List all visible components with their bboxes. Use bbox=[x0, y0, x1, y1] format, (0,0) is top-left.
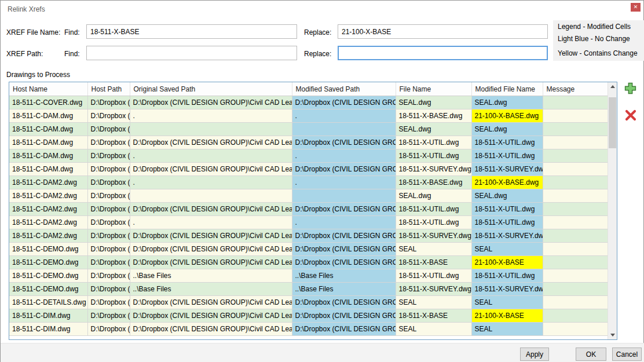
scrollbar-thumb[interactable] bbox=[609, 97, 616, 148]
cell-host-name[interactable]: 18-511-C-COVER.dwg bbox=[9, 96, 87, 109]
cell-modified-saved-path[interactable]: D:\Dropbox (CIVIL DESIGN GROUP bbox=[292, 229, 396, 243]
cell-host-name[interactable]: 18-511-C-DEMO.dwg bbox=[9, 269, 87, 283]
cell-host-name[interactable]: 18-511-C-DEMO.dwg bbox=[9, 283, 87, 296]
cell-message[interactable] bbox=[543, 123, 608, 136]
cell-file-name[interactable]: SEAL.dwg bbox=[396, 123, 471, 136]
cell-original-saved-path[interactable]: . bbox=[130, 149, 292, 163]
cell-file-name[interactable]: 18-511-X-UTIL.dwg bbox=[396, 269, 471, 283]
cell-file-name[interactable]: 18-511-X-BASE.dwg bbox=[396, 109, 471, 123]
cell-message[interactable] bbox=[543, 296, 608, 309]
cell-host-path[interactable]: D:\Dropbox ( bbox=[87, 96, 130, 109]
cell-original-saved-path[interactable]: . bbox=[130, 109, 292, 123]
cell-modified-file-name[interactable]: 18-511-X-UTIL.dwg bbox=[471, 269, 543, 283]
cell-host-path[interactable]: D:\Dropbox ( bbox=[87, 203, 130, 216]
cell-original-saved-path[interactable]: ..\Base Files bbox=[130, 269, 292, 283]
cell-modified-saved-path[interactable] bbox=[292, 123, 396, 136]
cell-modified-file-name[interactable]: SEAL bbox=[471, 323, 543, 336]
cell-host-name[interactable]: 18-511-C-DAM2.dwg bbox=[9, 216, 87, 229]
cell-host-path[interactable]: D:\Dropbox ( bbox=[87, 296, 130, 309]
file-replace-input[interactable] bbox=[338, 24, 548, 39]
cell-message[interactable] bbox=[543, 269, 608, 283]
cell-original-saved-path[interactable]: D:\Dropbox (CIVIL DESIGN GROUP)\Civil CA… bbox=[130, 136, 292, 149]
remove-drawing-button[interactable] bbox=[624, 109, 637, 122]
cell-file-name[interactable]: SEAL.dwg bbox=[396, 189, 471, 203]
cell-message[interactable] bbox=[543, 203, 608, 216]
cell-modified-saved-path[interactable]: . bbox=[292, 216, 396, 229]
column-header-host-name[interactable]: Host Name bbox=[9, 82, 87, 96]
cell-file-name[interactable]: 18-511-X-UTIL.dwg bbox=[396, 203, 471, 216]
cell-host-path[interactable]: D:\Dropbox ( bbox=[87, 269, 130, 283]
cell-original-saved-path[interactable]: D:\Dropbox (CIVIL DESIGN GROUP)\Civil CA… bbox=[130, 323, 292, 336]
cell-host-path[interactable]: D:\Dropbox ( bbox=[87, 256, 130, 269]
cell-host-name[interactable]: 18-511-C-DAM2.dwg bbox=[9, 203, 87, 216]
cell-file-name[interactable]: 18-511-X-SURVEY.dwg bbox=[396, 283, 471, 296]
cell-message[interactable] bbox=[543, 189, 608, 203]
cell-modified-file-name[interactable]: SEAL bbox=[471, 296, 543, 309]
scroll-down-button[interactable] bbox=[608, 330, 617, 339]
cell-original-saved-path[interactable]: D:\Dropbox (CIVIL DESIGN GROUP)\Civil CA… bbox=[130, 256, 292, 269]
cancel-button[interactable]: Cancel bbox=[612, 348, 642, 361]
cell-host-path[interactable]: D:\Dropbox ( bbox=[87, 309, 130, 323]
cell-modified-saved-path[interactable]: . bbox=[292, 109, 396, 123]
path-replace-input[interactable] bbox=[338, 46, 548, 60]
cell-host-name[interactable]: 18-511-C-DEMO.dwg bbox=[9, 243, 87, 256]
column-header-original-saved-path[interactable]: Original Saved Path bbox=[130, 82, 292, 96]
cell-modified-file-name[interactable]: 18-511-X-UTIL.dwg bbox=[471, 136, 543, 149]
cell-modified-saved-path[interactable]: D:\Dropbox (CIVIL DESIGN GROUP bbox=[292, 309, 396, 323]
file-find-input[interactable] bbox=[86, 24, 297, 39]
cell-modified-saved-path[interactable]: D:\Dropbox (CIVIL DESIGN GROUP bbox=[292, 163, 396, 176]
cell-modified-file-name[interactable]: 18-511-X-UTIL.dwg bbox=[471, 203, 543, 216]
cell-modified-file-name[interactable]: 18-511-X-UTIL.dwg bbox=[471, 149, 543, 163]
cell-modified-saved-path[interactable]: D:\Dropbox (CIVIL DESIGN GROUP bbox=[292, 243, 396, 256]
vertical-scrollbar[interactable] bbox=[608, 82, 617, 339]
cell-modified-saved-path[interactable]: D:\Dropbox (CIVIL DESIGN GROUP bbox=[292, 203, 396, 216]
cell-file-name[interactable]: 18-511-X-UTIL.dwg bbox=[396, 149, 471, 163]
cell-original-saved-path[interactable]: ..\Base Files bbox=[130, 283, 292, 296]
cell-host-path[interactable]: D:\Dropbox ( bbox=[87, 109, 130, 123]
cell-host-name[interactable]: 18-511-C-DAM2.dwg bbox=[9, 229, 87, 243]
cell-host-name[interactable]: 18-511-C-DAM.dwg bbox=[9, 123, 87, 136]
cell-modified-saved-path[interactable] bbox=[292, 189, 396, 203]
cell-original-saved-path[interactable]: . bbox=[130, 216, 292, 229]
apply-button[interactable]: Apply bbox=[520, 348, 549, 361]
cell-host-path[interactable]: D:\Dropbox ( bbox=[87, 323, 130, 336]
cell-modified-file-name[interactable]: 21-100-X-BASE.dwg bbox=[471, 176, 543, 189]
cell-host-path[interactable]: D:\Dropbox ( bbox=[87, 243, 130, 256]
cell-message[interactable] bbox=[543, 323, 608, 336]
cell-modified-file-name[interactable]: 21-100-X-BASE.dwg bbox=[471, 109, 543, 123]
cell-modified-saved-path[interactable]: ..\Base Files bbox=[292, 269, 396, 283]
cell-host-path[interactable]: D:\Dropbox ( bbox=[87, 149, 130, 163]
cell-message[interactable] bbox=[543, 109, 608, 123]
cell-message[interactable] bbox=[543, 256, 608, 269]
cell-modified-file-name[interactable]: 21-100-X-BASE bbox=[471, 256, 543, 269]
cell-host-path[interactable]: D:\Dropbox ( bbox=[87, 283, 130, 296]
cell-host-name[interactable]: 18-511-C-DAM.dwg bbox=[9, 149, 87, 163]
cell-file-name[interactable]: SEAL bbox=[396, 323, 471, 336]
column-header-file-name[interactable]: File Name bbox=[396, 82, 471, 96]
cell-file-name[interactable]: 18-511-X-SURVEY.dwg bbox=[396, 163, 471, 176]
cell-file-name[interactable]: 18-511-X-UTIL.dwg bbox=[396, 216, 471, 229]
cell-message[interactable] bbox=[543, 176, 608, 189]
cell-original-saved-path[interactable] bbox=[130, 189, 292, 203]
cell-message[interactable] bbox=[543, 309, 608, 323]
cell-modified-file-name[interactable]: SEAL bbox=[471, 243, 543, 256]
cell-file-name[interactable]: 18-511-X-BASE bbox=[396, 309, 471, 323]
cell-host-name[interactable]: 18-511-C-DEMO.dwg bbox=[9, 256, 87, 269]
cell-host-name[interactable]: 18-511-C-DETAILS.dwg bbox=[9, 296, 87, 309]
cell-file-name[interactable]: SEAL.dwg bbox=[396, 96, 471, 109]
cell-host-name[interactable]: 18-511-C-DAM2.dwg bbox=[9, 176, 87, 189]
cell-host-name[interactable]: 18-511-C-DIM.dwg bbox=[9, 309, 87, 323]
cell-host-path[interactable]: D:\Dropbox ( bbox=[87, 163, 130, 176]
close-button[interactable] bbox=[631, 3, 641, 12]
column-header-modified-file-name[interactable]: Modified File Name bbox=[471, 82, 543, 96]
scroll-up-button[interactable] bbox=[608, 82, 617, 92]
cell-host-path[interactable]: D:\Dropbox ( bbox=[87, 176, 130, 189]
cell-modified-saved-path[interactable]: D:\Dropbox (CIVIL DESIGN GROUP bbox=[292, 96, 396, 109]
cell-message[interactable] bbox=[543, 229, 608, 243]
cell-host-name[interactable]: 18-511-C-DAM.dwg bbox=[9, 136, 87, 149]
cell-message[interactable] bbox=[543, 136, 608, 149]
cell-message[interactable] bbox=[543, 96, 608, 109]
cell-original-saved-path[interactable]: D:\Dropbox (CIVIL DESIGN GROUP)\Civil CA… bbox=[130, 309, 292, 323]
cell-message[interactable] bbox=[543, 283, 608, 296]
ok-button[interactable]: OK bbox=[576, 348, 606, 361]
